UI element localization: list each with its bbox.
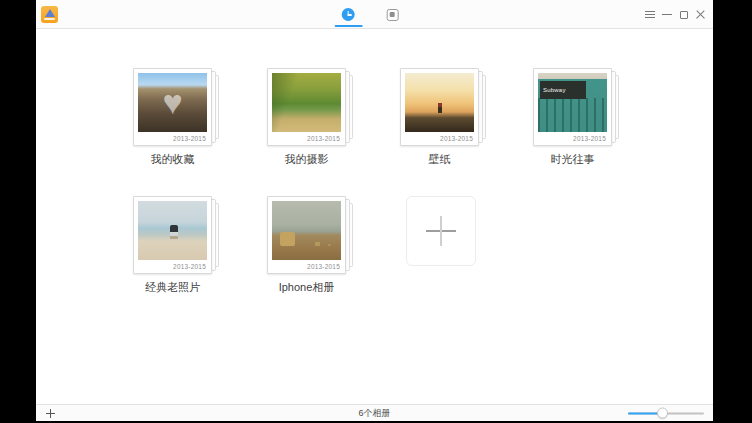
album-cover-photo (272, 201, 341, 260)
album-date-range: 2013-2015 (138, 260, 207, 273)
minimize-icon (662, 14, 672, 15)
album-cover-photo: ♥ (138, 73, 207, 132)
album-name: 壁纸 (400, 152, 479, 167)
album-cover: 2013-2015 (267, 196, 346, 274)
album-name: 我的收藏 (133, 152, 212, 167)
album-item-wallpaper[interactable]: 2013-2015 壁纸 (400, 68, 479, 167)
ground-glyph (44, 18, 55, 20)
add-album-tile[interactable] (406, 196, 476, 266)
album-name: 时光往事 (533, 152, 612, 167)
album-item-my-photography[interactable]: 2013-2015 我的摄影 (267, 68, 346, 167)
album-date-range: 2013-2015 (538, 132, 607, 145)
album-item-favorites[interactable]: ♥ 2013-2015 我的收藏 (133, 68, 212, 167)
close-icon (696, 10, 705, 19)
album-cover-photo (405, 73, 474, 132)
album-date-range: 2013-2015 (405, 132, 474, 145)
add-album-button[interactable] (41, 405, 59, 421)
album-grid: ♥ 2013-2015 我的收藏 2013-2015 我的摄影 (36, 29, 713, 404)
album-cover: 2013-2015 (133, 196, 212, 274)
heart-icon: ♥ (138, 73, 207, 132)
app-logo-icon (41, 6, 58, 23)
album-item-iphone[interactable]: 2013-2015 Iphone相册 (267, 196, 346, 295)
hamburger-icon (645, 11, 655, 18)
app-window: ♥ 2013-2015 我的收藏 2013-2015 我的摄影 (36, 0, 713, 421)
album-date-range: 2013-2015 (272, 132, 341, 145)
hay-bale (280, 232, 295, 246)
fence-bars (538, 98, 607, 132)
slider-handle[interactable] (657, 408, 668, 419)
maximize-button[interactable] (675, 0, 692, 29)
maximize-icon (680, 11, 688, 19)
tab-album-view[interactable] (378, 0, 406, 29)
album-cover: ♥ 2013-2015 (133, 68, 212, 146)
album-name: 我的摄影 (267, 152, 346, 167)
subway-sign: Subway (540, 81, 586, 99)
album-cover-photo (272, 73, 341, 132)
album-cover: Subway 2013-2015 (533, 68, 612, 146)
plus-icon (426, 216, 456, 246)
view-tabbar (334, 0, 406, 29)
close-button[interactable] (692, 0, 709, 29)
mountain-glyph (45, 9, 55, 17)
album-cover-photo (138, 201, 207, 260)
album-item-old-times[interactable]: Subway 2013-2015 时光往事 (533, 68, 612, 167)
menu-button[interactable] (641, 0, 658, 29)
person-silhouette (438, 103, 442, 113)
plus-icon (46, 409, 55, 418)
album-cover-photo: Subway (538, 73, 607, 132)
album-count-label: 6个相册 (358, 407, 390, 420)
couple-silhouette (170, 225, 178, 239)
thumbnail-size-slider[interactable] (628, 408, 704, 419)
album-date-range: 2013-2015 (138, 132, 207, 145)
album-name: 经典老照片 (133, 280, 212, 295)
clock-icon (342, 8, 355, 21)
album-cover: 2013-2015 (267, 68, 346, 146)
titlebar (36, 0, 713, 29)
active-tab-underline (334, 25, 362, 27)
album-cover: 2013-2015 (400, 68, 479, 146)
tab-timeline-view[interactable] (334, 0, 362, 29)
statusbar: 6个相册 (36, 404, 713, 421)
minimize-button[interactable] (658, 0, 675, 29)
album-date-range: 2013-2015 (272, 260, 341, 273)
window-controls (641, 0, 709, 29)
album-item-classic-old-photos[interactable]: 2013-2015 经典老照片 (133, 196, 212, 295)
album-icon (386, 9, 398, 21)
album-name: Iphone相册 (267, 280, 346, 295)
